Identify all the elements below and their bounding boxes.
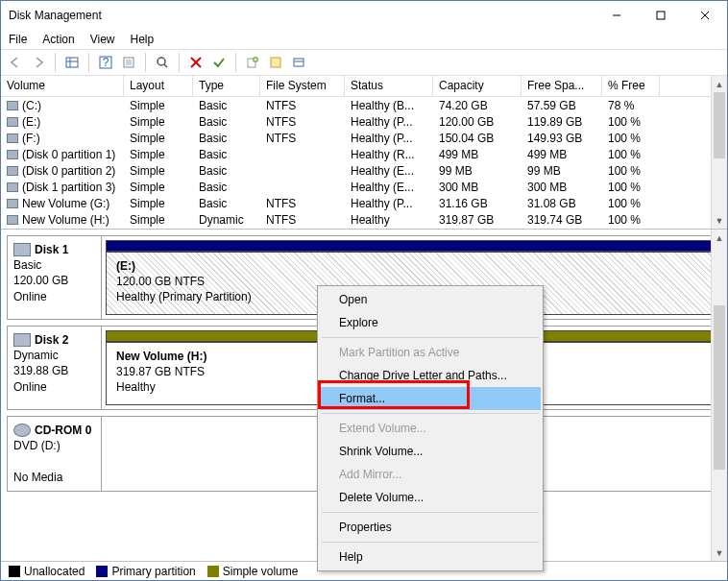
- maximize-button[interactable]: [639, 1, 683, 30]
- properties-icon[interactable]: [265, 52, 286, 73]
- disk-label: Disk 1 Basic 120.00 GB Online: [8, 236, 102, 319]
- graphical-scrollbar[interactable]: ▲ ▼: [711, 230, 727, 561]
- volume-icon: [7, 215, 18, 225]
- scroll-up-icon[interactable]: ▲: [712, 230, 727, 246]
- svg-rect-10: [126, 60, 132, 65]
- col-type[interactable]: Type: [193, 76, 260, 96]
- back-icon: [5, 52, 26, 73]
- volume-row[interactable]: New Volume (G:)SimpleBasicNTFSHealthy (P…: [1, 195, 727, 211]
- legend-item-primary: Primary partition: [96, 565, 195, 578]
- volume-icon: [7, 150, 18, 159]
- disk-icon: [13, 243, 31, 256]
- ctx-properties[interactable]: Properties: [320, 516, 541, 539]
- delete-icon[interactable]: [185, 52, 206, 73]
- new-icon[interactable]: [242, 52, 263, 73]
- svg-rect-19: [271, 58, 280, 67]
- settings-icon[interactable]: [118, 52, 139, 73]
- menu-help[interactable]: Help: [131, 33, 155, 46]
- ctx-shrink[interactable]: Shrink Volume...: [320, 440, 541, 463]
- col-layout[interactable]: Layout: [124, 76, 193, 96]
- ctx-change-letter[interactable]: Change Drive Letter and Paths...: [320, 364, 541, 387]
- svg-rect-20: [294, 59, 303, 66]
- forward-icon: [28, 52, 49, 73]
- volume-row[interactable]: (E:)SimpleBasicNTFSHealthy (P...120.00 G…: [1, 113, 727, 130]
- disk-label: Disk 2 Dynamic 319.88 GB Online: [8, 327, 102, 409]
- scroll-up-icon[interactable]: ▲: [712, 76, 727, 92]
- volume-row[interactable]: New Volume (H:)SimpleDynamicNTFSHealthy3…: [1, 211, 727, 228]
- col-pctfree[interactable]: % Free: [602, 76, 660, 96]
- disk-icon: [13, 333, 31, 347]
- close-button[interactable]: [683, 1, 727, 30]
- ctx-add-mirror: Add Mirror...: [320, 463, 541, 486]
- col-capacity[interactable]: Capacity: [433, 76, 522, 96]
- list-icon[interactable]: [288, 52, 309, 73]
- ctx-open[interactable]: Open: [320, 288, 541, 311]
- refresh-icon[interactable]: [152, 52, 173, 73]
- cdrom-icon: [13, 424, 31, 437]
- ctx-extend: Extend Volume...: [320, 417, 541, 440]
- volume-row[interactable]: (Disk 0 partition 2)SimpleBasicHealthy (…: [1, 162, 727, 179]
- volume-icon: [7, 101, 18, 110]
- scroll-thumb[interactable]: [714, 92, 725, 158]
- col-volume[interactable]: Volume: [1, 76, 124, 96]
- volume-icon: [7, 166, 18, 176]
- volume-icon: [7, 117, 18, 127]
- toolbar: ?: [1, 49, 727, 76]
- legend-item-simple: Simple volume: [207, 565, 299, 578]
- menu-file[interactable]: File: [9, 33, 27, 46]
- menu-action[interactable]: Action: [42, 33, 74, 46]
- ctx-delete[interactable]: Delete Volume...: [320, 486, 541, 509]
- ctx-help[interactable]: Help: [320, 545, 541, 569]
- context-menu: Open Explore Mark Partition as Active Ch…: [317, 285, 544, 571]
- menu-view[interactable]: View: [90, 33, 115, 46]
- table-view-icon[interactable]: [61, 52, 83, 73]
- title-bar: Disk Management: [1, 1, 727, 30]
- volume-row[interactable]: (C:)SimpleBasicNTFSHealthy (B...74.20 GB…: [1, 97, 727, 113]
- disk-label: CD-ROM 0 DVD (D:) No Media: [8, 417, 102, 491]
- volume-row[interactable]: (Disk 0 partition 1)SimpleBasicHealthy (…: [1, 146, 727, 162]
- svg-rect-1: [657, 12, 665, 19]
- volume-row[interactable]: (Disk 1 partition 3)SimpleBasicHealthy (…: [1, 179, 727, 195]
- minimize-button[interactable]: [595, 1, 639, 30]
- col-fs[interactable]: File System: [260, 76, 345, 96]
- legend-item-unallocated: Unallocated: [9, 565, 85, 578]
- svg-text:?: ?: [103, 56, 109, 69]
- svg-rect-4: [66, 58, 78, 67]
- menu-bar: File Action View Help: [1, 30, 727, 49]
- svg-point-11: [158, 58, 165, 65]
- col-status[interactable]: Status: [345, 76, 433, 96]
- ctx-explore[interactable]: Explore: [320, 311, 541, 334]
- col-free[interactable]: Free Spa...: [522, 76, 602, 96]
- volume-icon: [7, 133, 18, 143]
- window-title: Disk Management: [9, 9, 595, 22]
- scroll-down-icon[interactable]: ▼: [712, 545, 727, 561]
- ctx-format[interactable]: Format...: [320, 387, 541, 410]
- ctx-mark-active: Mark Partition as Active: [320, 341, 541, 364]
- volume-icon: [7, 199, 18, 208]
- check-icon[interactable]: [208, 52, 230, 73]
- partition-color-bar: [106, 240, 716, 252]
- svg-line-12: [164, 64, 167, 67]
- volume-list: Volume Layout Type File System Status Ca…: [1, 76, 727, 230]
- scroll-thumb[interactable]: [714, 305, 725, 470]
- volume-row[interactable]: (F:)SimpleBasicNTFSHealthy (P...150.04 G…: [1, 130, 727, 146]
- help-icon[interactable]: ?: [95, 52, 116, 73]
- scroll-down-icon[interactable]: ▼: [712, 212, 727, 229]
- volumes-scrollbar[interactable]: ▲ ▼: [711, 76, 727, 229]
- volume-list-header: Volume Layout Type File System Status Ca…: [1, 76, 727, 97]
- volume-icon: [7, 182, 18, 192]
